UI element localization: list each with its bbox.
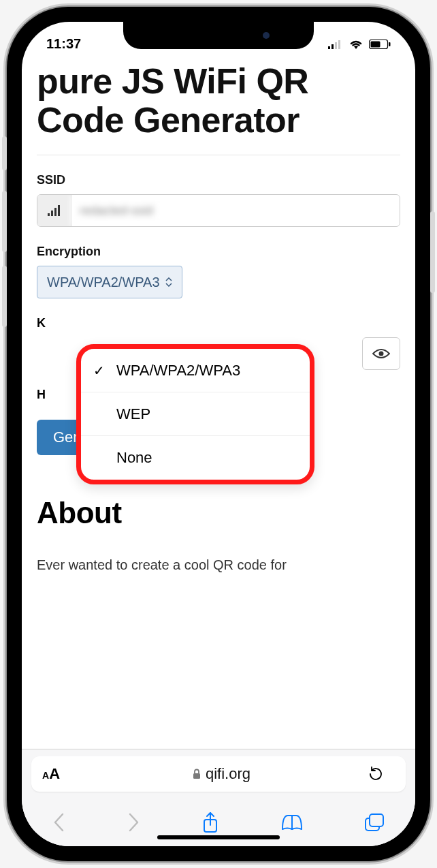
signal-icon bbox=[37, 195, 71, 226]
ssid-input-group[interactable] bbox=[37, 194, 400, 227]
wifi-icon bbox=[349, 39, 363, 50]
phone-frame: 11:37 pure JS WiFi QR Code Generator SSI… bbox=[7, 7, 430, 861]
ssid-input[interactable] bbox=[71, 195, 400, 226]
encryption-label: Encryption bbox=[37, 245, 400, 259]
svg-rect-9 bbox=[54, 208, 56, 216]
encryption-selected-text: WPA/WPA2/WPA3 bbox=[47, 275, 160, 290]
svg-rect-7 bbox=[48, 213, 50, 216]
encryption-select[interactable]: WPA/WPA2/WPA3 bbox=[37, 266, 182, 298]
battery-icon bbox=[369, 40, 391, 49]
encryption-dropdown: ✓ WPA/WPA2/WPA3 WEP None bbox=[76, 344, 314, 484]
side-button bbox=[2, 266, 7, 327]
side-button bbox=[430, 211, 435, 293]
reload-button[interactable] bbox=[368, 766, 395, 782]
svg-rect-2 bbox=[335, 42, 337, 49]
status-indicators bbox=[328, 39, 391, 50]
svg-rect-5 bbox=[371, 41, 381, 47]
encryption-field: Encryption WPA/WPA2/WPA3 bbox=[37, 245, 400, 298]
home-indicator[interactable] bbox=[157, 835, 280, 839]
svg-rect-1 bbox=[331, 44, 334, 49]
svg-rect-16 bbox=[370, 814, 383, 826]
screen: 11:37 pure JS WiFi QR Code Generator SSI… bbox=[22, 22, 415, 846]
status-time: 11:37 bbox=[46, 36, 81, 52]
option-label: WPA/WPA2/WPA3 bbox=[116, 362, 240, 379]
svg-rect-6 bbox=[389, 42, 391, 46]
bookmarks-button[interactable] bbox=[280, 813, 304, 831]
tabs-button[interactable] bbox=[364, 813, 385, 832]
about-text: Ever wanted to create a cool QR code for bbox=[37, 557, 400, 573]
about-heading: About bbox=[37, 496, 400, 530]
domain-text: qifi.org bbox=[206, 765, 250, 783]
option-label: None bbox=[116, 449, 152, 467]
page-title: pure JS WiFi QR Code Generator bbox=[37, 62, 400, 140]
forward-button[interactable] bbox=[127, 812, 140, 833]
ssid-label: SSID bbox=[37, 173, 400, 187]
share-button[interactable] bbox=[201, 811, 219, 833]
side-button bbox=[2, 136, 7, 170]
svg-rect-3 bbox=[338, 40, 340, 49]
select-chevron-icon bbox=[165, 277, 172, 287]
key-label-partial: K bbox=[37, 316, 400, 330]
svg-rect-12 bbox=[193, 773, 200, 779]
text-size-button[interactable]: AA bbox=[42, 765, 75, 783]
url-display[interactable]: qifi.org bbox=[75, 765, 368, 783]
svg-rect-0 bbox=[328, 46, 330, 49]
svg-rect-10 bbox=[58, 205, 60, 216]
eye-icon bbox=[372, 347, 390, 360]
page-content: pure JS WiFi QR Code Generator SSID Encr… bbox=[22, 59, 415, 749]
url-bar[interactable]: AA qifi.org bbox=[31, 756, 406, 792]
side-button bbox=[2, 191, 7, 252]
notch bbox=[123, 22, 314, 49]
cellular-icon bbox=[328, 40, 343, 49]
url-bar-row: AA qifi.org bbox=[22, 749, 415, 799]
encryption-option[interactable]: None bbox=[81, 436, 310, 480]
checkmark-icon: ✓ bbox=[93, 362, 108, 379]
toggle-visibility-button[interactable] bbox=[362, 337, 400, 370]
divider bbox=[37, 155, 400, 155]
safari-chrome: AA qifi.org bbox=[22, 749, 415, 846]
encryption-option[interactable]: ✓ WPA/WPA2/WPA3 bbox=[81, 349, 310, 392]
svg-rect-8 bbox=[51, 211, 53, 216]
svg-point-11 bbox=[379, 352, 384, 356]
encryption-option[interactable]: WEP bbox=[81, 392, 310, 436]
back-button[interactable] bbox=[52, 812, 66, 833]
option-label: WEP bbox=[116, 405, 150, 423]
ssid-field: SSID bbox=[37, 173, 400, 227]
lock-icon bbox=[192, 769, 201, 779]
